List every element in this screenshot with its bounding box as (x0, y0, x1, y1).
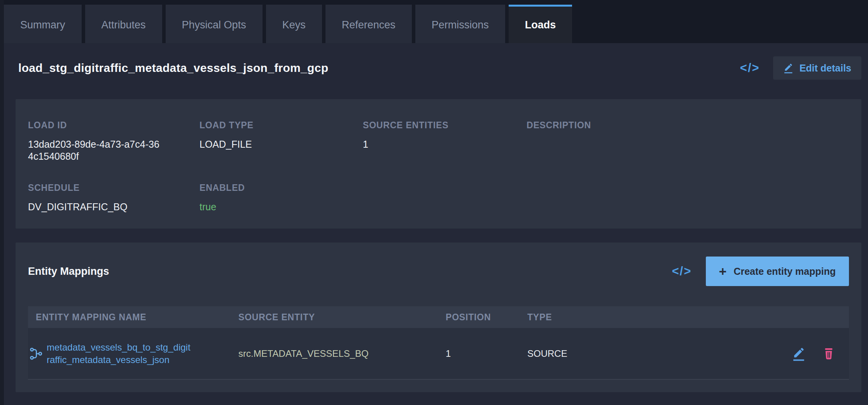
table-header-row: ENTITY MAPPING NAME SOURCE ENTITY POSITI… (28, 306, 849, 328)
source-entity-cell: src.METADATA_VESSELS_BQ (238, 348, 446, 359)
schedule-label: SCHEDULE (28, 183, 200, 193)
load-details-grid: LOAD ID 13dad203-89de-4a73-a7c4-364c1540… (28, 120, 849, 213)
enabled-label: ENABLED (200, 183, 363, 193)
tab-loads[interactable]: Loads (509, 5, 572, 43)
delete-mapping-button[interactable] (821, 346, 836, 361)
edit-details-label: Edit details (800, 63, 851, 74)
pencil-icon (792, 346, 807, 361)
entity-mapping-link[interactable]: metadata_vessels_bq_to_stg_digitraffic_m… (47, 341, 191, 366)
field-load-type: LOAD TYPE LOAD_FILE (200, 120, 363, 162)
tab-references[interactable]: References (326, 5, 412, 43)
type-cell: SOURCE (527, 348, 779, 359)
entity-mappings-card: Entity Mappings </> + Create entity mapp… (16, 243, 861, 392)
source-entities-label: SOURCE ENTITIES (363, 120, 527, 131)
tab-bar: Summary Attributes Physical Opts Keys Re… (4, 0, 868, 43)
field-enabled: ENABLED true (200, 183, 363, 213)
tab-summary[interactable]: Summary (4, 5, 82, 43)
code-view-icon[interactable]: </> (672, 264, 692, 278)
schedule-value: DV_DIGITRAFFIC_BQ (28, 201, 200, 213)
entity-mappings-header: Entity Mappings </> + Create entity mapp… (28, 257, 849, 286)
page-header: load_stg_digitraffic_metadata_vessels_js… (18, 54, 861, 82)
entity-mappings-title: Entity Mappings (28, 265, 109, 278)
trash-icon (821, 346, 836, 361)
load-id-label: LOAD ID (28, 120, 200, 131)
source-entities-value: 1 (363, 138, 527, 150)
column-source-entity: SOURCE ENTITY (238, 312, 446, 323)
field-load-id: LOAD ID 13dad203-89de-4a73-a7c4-364c1540… (28, 120, 200, 162)
position-cell: 1 (446, 348, 527, 359)
entity-mappings-actions: </> + Create entity mapping (672, 257, 849, 286)
edit-details-button[interactable]: Edit details (773, 56, 861, 80)
load-type-value: LOAD_FILE (200, 138, 363, 150)
enabled-value: true (200, 201, 363, 213)
create-entity-mapping-button[interactable]: + Create entity mapping (706, 257, 849, 286)
tab-physical-opts[interactable]: Physical Opts (166, 5, 262, 43)
load-details-card: LOAD ID 13dad203-89de-4a73-a7c4-364c1540… (16, 99, 861, 229)
column-position: POSITION (446, 312, 527, 323)
load-type-label: LOAD TYPE (200, 120, 363, 131)
tab-attributes[interactable]: Attributes (85, 5, 162, 43)
header-actions: </> Edit details (740, 56, 861, 80)
description-label: DESCRIPTION (527, 120, 849, 131)
column-entity-mapping-name: ENTITY MAPPING NAME (28, 312, 238, 323)
load-id-value: 13dad203-89de-4a73-a7c4-364c1540680f (28, 138, 162, 162)
field-source-entities: SOURCE ENTITIES 1 (363, 120, 527, 162)
create-entity-mapping-label: Create entity mapping (733, 266, 836, 277)
edit-mapping-button[interactable] (792, 346, 807, 361)
plus-icon: + (719, 265, 727, 278)
entity-mapping-icon (29, 347, 43, 361)
row-actions (779, 346, 849, 361)
field-description: DESCRIPTION (527, 120, 849, 162)
tab-keys[interactable]: Keys (266, 5, 322, 43)
entity-mapping-name-cell: metadata_vessels_bq_to_stg_digitraffic_m… (28, 341, 238, 366)
page-title: load_stg_digitraffic_metadata_vessels_js… (18, 61, 740, 75)
pencil-icon (783, 63, 794, 73)
code-view-icon[interactable]: </> (740, 61, 760, 75)
app-root: Summary Attributes Physical Opts Keys Re… (4, 0, 868, 405)
tab-permissions[interactable]: Permissions (415, 5, 505, 43)
entity-mappings-table: ENTITY MAPPING NAME SOURCE ENTITY POSITI… (28, 306, 849, 380)
table-row: metadata_vessels_bq_to_stg_digitraffic_m… (28, 328, 849, 380)
column-type: TYPE (527, 312, 779, 323)
field-schedule: SCHEDULE DV_DIGITRAFFIC_BQ (28, 183, 200, 213)
